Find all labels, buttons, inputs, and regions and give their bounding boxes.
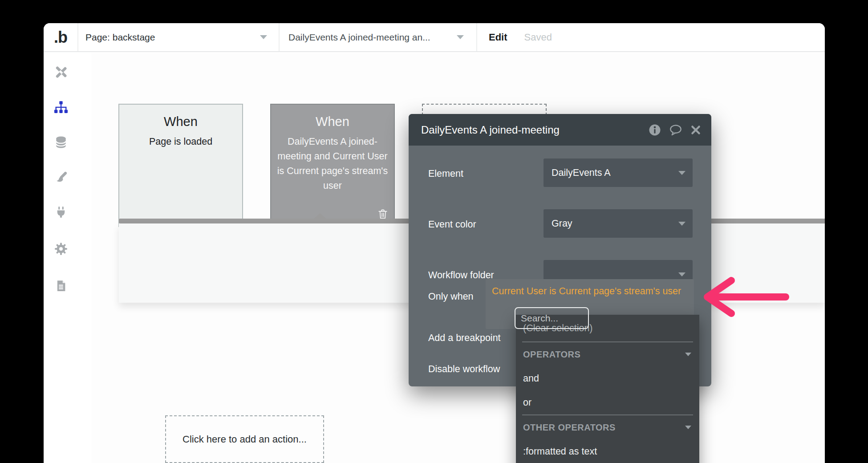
sidebar	[44, 53, 78, 463]
topbar: .b Page: backstage DailyEvents A joined-…	[44, 23, 825, 52]
sidebar-item-workflow[interactable]	[44, 98, 78, 118]
sidebar-item-design[interactable]	[44, 62, 78, 82]
event-title: When	[125, 114, 237, 129]
dropdown-group-header-other-operators[interactable]: OTHER OPERATORS	[516, 415, 699, 439]
chevron-down-icon	[678, 222, 685, 226]
saved-status: Saved	[524, 32, 552, 43]
page-selector-label: Page: backstage	[85, 32, 155, 43]
panel-header[interactable]: DailyEvents A joined-meeting	[409, 114, 711, 146]
event-title: When	[276, 114, 389, 129]
database-icon	[54, 135, 68, 150]
mode-tabs: Edit Saved	[477, 23, 552, 51]
plug-icon	[54, 205, 68, 219]
event-subtitle: DailyEvents A joined-meeting and Current…	[276, 134, 389, 193]
field-label-event-color: Event color	[428, 219, 476, 230]
field-label-workflow-folder: Workflow folder	[428, 270, 494, 281]
field-label-element: Element	[428, 168, 463, 179]
design-tools-icon	[54, 65, 68, 79]
workflow-selector-label: DailyEvents A joined-meeting an...	[288, 32, 430, 43]
sidebar-item-styles[interactable]	[44, 168, 78, 187]
disable-workflow-label[interactable]: Disable workflow	[428, 364, 500, 375]
event-card-page-loaded[interactable]: When Page is loaded	[118, 104, 243, 227]
chevron-down-icon	[678, 272, 685, 276]
sidebar-item-data[interactable]	[44, 133, 78, 152]
workflow-selector[interactable]: DailyEvents A joined-meeting an...	[280, 23, 477, 51]
dropdown-group-label: OTHER OPERATORS	[523, 422, 616, 433]
search-input[interactable]	[515, 307, 589, 329]
sidebar-item-plugins[interactable]	[44, 203, 78, 222]
event-card-daily-events[interactable]: When DailyEvents A joined-meeting and Cu…	[270, 104, 395, 227]
dropdown-item-formatted-as-text[interactable]: :formatted as text	[516, 439, 699, 463]
panel-title: DailyEvents A joined-meeting	[421, 124, 648, 136]
only-when-expression[interactable]: Current User is Current page's stream's …	[492, 286, 681, 296]
dropdown-group-label: OPERATORS	[523, 349, 580, 360]
chevron-down-icon	[457, 35, 464, 39]
edit-tab[interactable]: Edit	[489, 32, 507, 43]
add-breakpoint-label[interactable]: Add a breakpoint	[428, 333, 501, 344]
chevron-down-icon	[685, 426, 691, 429]
only-when-label: Only when	[428, 291, 474, 302]
element-select-value: DailyEvents A	[552, 167, 611, 179]
bubble-logo[interactable]: .b	[44, 23, 78, 51]
element-select[interactable]: DailyEvents A	[544, 158, 693, 187]
dropdown-item-or[interactable]: or	[516, 390, 699, 414]
chevron-down-icon	[260, 35, 267, 39]
workflow-tree-icon	[53, 100, 69, 115]
event-color-select[interactable]: Gray	[544, 209, 693, 238]
add-action-placeholder[interactable]: Click here to add an action...	[165, 415, 324, 463]
chevron-down-icon	[685, 353, 691, 356]
bubble-logo-text: .b	[54, 28, 67, 47]
dropdown-group-header-operators[interactable]: OPERATORS	[516, 342, 699, 366]
page-selector[interactable]: Page: backstage	[78, 23, 280, 51]
chevron-down-icon	[678, 171, 685, 175]
event-color-select-value: Gray	[552, 218, 572, 229]
close-icon[interactable]	[690, 124, 702, 136]
dropdown-item-and[interactable]: and	[516, 366, 699, 390]
document-icon	[54, 279, 68, 292]
sidebar-item-logs[interactable]	[44, 276, 78, 296]
add-action-label: Click here to add an action...	[183, 434, 307, 445]
operator-dropdown: (Clear selection) OPERATORS and or OTHER…	[516, 315, 699, 463]
sidebar-item-settings[interactable]	[44, 239, 78, 259]
gear-icon	[54, 242, 68, 256]
paintbrush-icon	[54, 171, 68, 185]
comment-icon[interactable]	[669, 123, 683, 137]
info-icon[interactable]	[648, 123, 661, 137]
event-subtitle: Page is loaded	[125, 134, 237, 149]
